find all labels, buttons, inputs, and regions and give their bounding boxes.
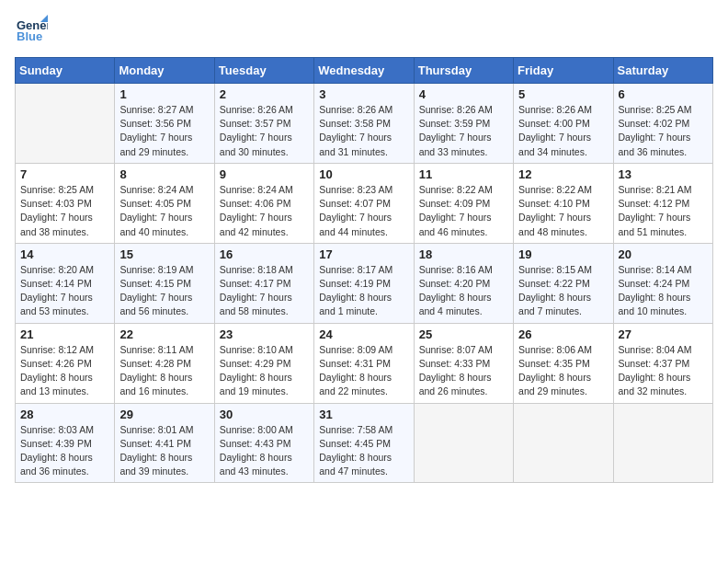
- day-info: Sunrise: 8:12 AMSunset: 4:26 PMDaylight:…: [20, 343, 109, 399]
- calendar-cell: 5Sunrise: 8:26 AMSunset: 4:00 PMDaylight…: [514, 84, 613, 164]
- day-number: 3: [319, 87, 408, 101]
- weekday-header-sunday: Sunday: [16, 58, 115, 84]
- calendar-cell: 12Sunrise: 8:22 AMSunset: 4:10 PMDayligh…: [514, 163, 613, 243]
- calendar-cell: 26Sunrise: 8:06 AMSunset: 4:35 PMDayligh…: [514, 323, 613, 403]
- day-number: 8: [119, 167, 209, 181]
- calendar-cell: 27Sunrise: 8:04 AMSunset: 4:37 PMDayligh…: [613, 323, 712, 403]
- day-info: Sunrise: 8:03 AMSunset: 4:39 PMDaylight:…: [20, 423, 109, 479]
- calendar-body: 1Sunrise: 8:27 AMSunset: 3:56 PMDaylight…: [16, 84, 713, 483]
- day-info: Sunrise: 8:01 AMSunset: 4:41 PMDaylight:…: [119, 423, 209, 479]
- day-number: 9: [220, 167, 309, 181]
- calendar-cell: 1Sunrise: 8:27 AMSunset: 3:56 PMDaylight…: [115, 84, 214, 164]
- weekday-header-wednesday: Wednesday: [314, 58, 414, 84]
- calendar-cell: [613, 403, 712, 483]
- calendar-cell: 18Sunrise: 8:16 AMSunset: 4:20 PMDayligh…: [414, 243, 513, 323]
- day-info: Sunrise: 8:26 AMSunset: 3:58 PMDaylight:…: [319, 103, 408, 159]
- day-info: Sunrise: 8:23 AMSunset: 4:07 PMDaylight:…: [319, 183, 408, 239]
- calendar-cell: 25Sunrise: 8:07 AMSunset: 4:33 PMDayligh…: [414, 323, 513, 403]
- calendar-cell: 14Sunrise: 8:20 AMSunset: 4:14 PMDayligh…: [16, 243, 115, 323]
- calendar-cell: 4Sunrise: 8:26 AMSunset: 3:59 PMDaylight…: [414, 84, 513, 164]
- day-number: 10: [319, 167, 408, 181]
- day-info: Sunrise: 8:15 AMSunset: 4:22 PMDaylight:…: [518, 263, 608, 319]
- day-number: 28: [20, 408, 109, 421]
- day-info: Sunrise: 8:26 AMSunset: 3:59 PMDaylight:…: [419, 103, 508, 159]
- day-number: 25: [419, 327, 508, 341]
- day-info: Sunrise: 8:16 AMSunset: 4:20 PMDaylight:…: [419, 263, 508, 319]
- calendar-cell: 24Sunrise: 8:09 AMSunset: 4:31 PMDayligh…: [314, 323, 414, 403]
- day-info: Sunrise: 8:27 AMSunset: 3:56 PMDaylight:…: [119, 103, 209, 159]
- logo-icon: General Blue: [15, 15, 48, 48]
- day-number: 22: [119, 327, 209, 341]
- day-number: 19: [518, 247, 608, 261]
- day-info: Sunrise: 8:24 AMSunset: 4:05 PMDaylight:…: [119, 183, 209, 239]
- day-info: Sunrise: 8:24 AMSunset: 4:06 PMDaylight:…: [220, 183, 309, 239]
- day-info: Sunrise: 8:07 AMSunset: 4:33 PMDaylight:…: [419, 343, 508, 399]
- calendar-cell: 8Sunrise: 8:24 AMSunset: 4:05 PMDaylight…: [115, 163, 214, 243]
- day-number: 13: [619, 167, 708, 181]
- calendar-week-3: 14Sunrise: 8:20 AMSunset: 4:14 PMDayligh…: [16, 243, 713, 323]
- day-number: 30: [220, 408, 309, 421]
- calendar-cell: 2Sunrise: 8:26 AMSunset: 3:57 PMDaylight…: [214, 84, 313, 164]
- calendar-cell: 19Sunrise: 8:15 AMSunset: 4:22 PMDayligh…: [514, 243, 613, 323]
- day-number: 14: [20, 247, 109, 261]
- day-info: Sunrise: 8:00 AMSunset: 4:43 PMDaylight:…: [220, 423, 309, 479]
- day-number: 1: [119, 87, 209, 101]
- day-number: 4: [419, 87, 508, 101]
- day-number: 27: [619, 327, 708, 341]
- day-number: 12: [518, 167, 608, 181]
- calendar-cell: 30Sunrise: 8:00 AMSunset: 4:43 PMDayligh…: [214, 403, 313, 483]
- calendar-table: SundayMondayTuesdayWednesdayThursdayFrid…: [15, 57, 713, 483]
- day-number: 2: [220, 87, 309, 101]
- calendar-cell: 6Sunrise: 8:25 AMSunset: 4:02 PMDaylight…: [613, 84, 712, 164]
- calendar-cell: 22Sunrise: 8:11 AMSunset: 4:28 PMDayligh…: [115, 323, 214, 403]
- day-number: 16: [220, 247, 309, 261]
- calendar-cell: 20Sunrise: 8:14 AMSunset: 4:24 PMDayligh…: [613, 243, 712, 323]
- day-info: Sunrise: 8:26 AMSunset: 3:57 PMDaylight:…: [220, 103, 309, 159]
- day-number: 20: [619, 247, 708, 261]
- day-info: Sunrise: 8:19 AMSunset: 4:15 PMDaylight:…: [119, 263, 209, 319]
- day-number: 26: [518, 327, 608, 341]
- day-info: Sunrise: 8:25 AMSunset: 4:03 PMDaylight:…: [20, 183, 109, 239]
- day-number: 6: [619, 87, 708, 101]
- weekday-header-tuesday: Tuesday: [214, 58, 313, 84]
- day-info: Sunrise: 8:26 AMSunset: 4:00 PMDaylight:…: [518, 103, 608, 159]
- day-info: Sunrise: 8:22 AMSunset: 4:10 PMDaylight:…: [518, 183, 608, 239]
- svg-text:Blue: Blue: [17, 29, 42, 43]
- day-number: 7: [20, 167, 109, 181]
- calendar-week-4: 21Sunrise: 8:12 AMSunset: 4:26 PMDayligh…: [16, 323, 713, 403]
- day-info: Sunrise: 8:17 AMSunset: 4:19 PMDaylight:…: [319, 263, 408, 319]
- calendar-cell: 21Sunrise: 8:12 AMSunset: 4:26 PMDayligh…: [16, 323, 115, 403]
- calendar-cell: 10Sunrise: 8:23 AMSunset: 4:07 PMDayligh…: [314, 163, 414, 243]
- day-number: 11: [419, 167, 508, 181]
- calendar-cell: 23Sunrise: 8:10 AMSunset: 4:29 PMDayligh…: [214, 323, 313, 403]
- day-info: Sunrise: 8:04 AMSunset: 4:37 PMDaylight:…: [619, 343, 708, 399]
- day-number: 21: [20, 327, 109, 341]
- calendar-cell: 31Sunrise: 7:58 AMSunset: 4:45 PMDayligh…: [314, 403, 414, 483]
- day-info: Sunrise: 8:09 AMSunset: 4:31 PMDaylight:…: [319, 343, 408, 399]
- calendar-cell: 16Sunrise: 8:18 AMSunset: 4:17 PMDayligh…: [214, 243, 313, 323]
- weekday-header-thursday: Thursday: [414, 58, 513, 84]
- page-header: General Blue: [15, 15, 713, 48]
- calendar-cell: 3Sunrise: 8:26 AMSunset: 3:58 PMDaylight…: [314, 84, 414, 164]
- calendar-week-2: 7Sunrise: 8:25 AMSunset: 4:03 PMDaylight…: [16, 163, 713, 243]
- calendar-cell: 9Sunrise: 8:24 AMSunset: 4:06 PMDaylight…: [214, 163, 313, 243]
- day-number: 18: [419, 247, 508, 261]
- day-number: 17: [319, 247, 408, 261]
- day-info: Sunrise: 8:18 AMSunset: 4:17 PMDaylight:…: [220, 263, 309, 319]
- calendar-cell: 17Sunrise: 8:17 AMSunset: 4:19 PMDayligh…: [314, 243, 414, 323]
- day-number: 15: [119, 247, 209, 261]
- calendar-cell: 15Sunrise: 8:19 AMSunset: 4:15 PMDayligh…: [115, 243, 214, 323]
- day-number: 31: [319, 408, 408, 421]
- day-info: Sunrise: 7:58 AMSunset: 4:45 PMDaylight:…: [319, 423, 408, 479]
- logo: General Blue: [15, 15, 53, 48]
- calendar-cell: 28Sunrise: 8:03 AMSunset: 4:39 PMDayligh…: [16, 403, 115, 483]
- day-number: 24: [319, 327, 408, 341]
- day-info: Sunrise: 8:20 AMSunset: 4:14 PMDaylight:…: [20, 263, 109, 319]
- calendar-week-1: 1Sunrise: 8:27 AMSunset: 3:56 PMDaylight…: [16, 84, 713, 164]
- day-info: Sunrise: 8:06 AMSunset: 4:35 PMDaylight:…: [518, 343, 608, 399]
- calendar-cell: 11Sunrise: 8:22 AMSunset: 4:09 PMDayligh…: [414, 163, 513, 243]
- calendar-cell: [16, 84, 115, 164]
- calendar-cell: 29Sunrise: 8:01 AMSunset: 4:41 PMDayligh…: [115, 403, 214, 483]
- calendar-cell: [514, 403, 613, 483]
- day-info: Sunrise: 8:21 AMSunset: 4:12 PMDaylight:…: [619, 183, 708, 239]
